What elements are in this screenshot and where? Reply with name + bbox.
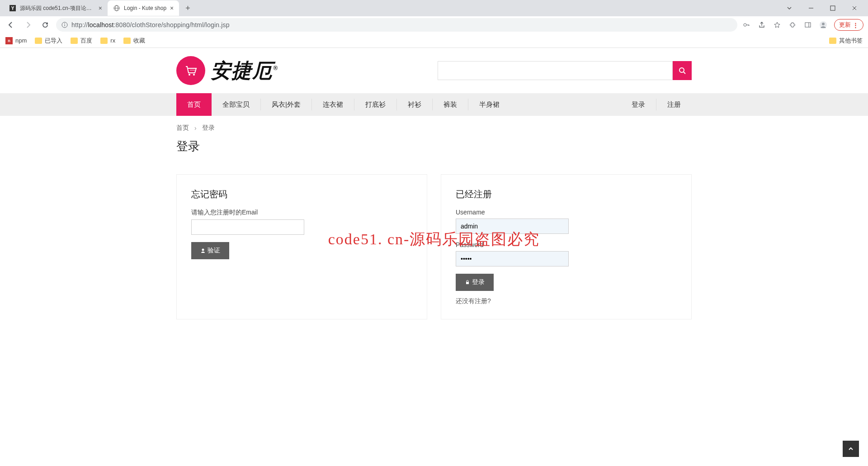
key-icon[interactable] <box>742 20 751 29</box>
svg-point-10 <box>744 24 746 26</box>
crumb-home[interactable]: 首页 <box>176 124 189 132</box>
bookmark-npm[interactable]: nnpm <box>5 37 27 44</box>
search-wrap <box>438 61 692 80</box>
svg-line-23 <box>684 72 685 74</box>
nav-login[interactable]: 登录 <box>621 93 656 116</box>
favicon-globe-icon <box>113 5 120 12</box>
tab-title: Login - Kute shop <box>124 5 166 11</box>
search-input[interactable] <box>438 61 673 80</box>
folder-icon <box>71 38 78 44</box>
login-panel: 已经注册 Username Password 登录 还没有注册? <box>441 174 692 319</box>
forgot-password-panel: 忘记密码 请输入您注册时的Email 验证 <box>176 174 427 319</box>
forgot-email-input[interactable] <box>191 219 304 235</box>
favicon-y-icon: Y <box>9 5 16 12</box>
verify-button[interactable]: 验证 <box>191 242 229 259</box>
tab-bar: Y 源码乐园 code51.cn-项目论文代 × Login - Kute sh… <box>0 0 868 16</box>
crumb-current: 登录 <box>202 124 215 132</box>
folder-icon <box>829 38 836 44</box>
forgot-heading: 忘记密码 <box>191 188 412 200</box>
svg-rect-6 <box>830 6 835 10</box>
window-controls <box>783 2 864 14</box>
svg-point-18 <box>189 74 190 76</box>
svg-point-17 <box>822 23 825 25</box>
panel-icon[interactable] <box>803 20 812 29</box>
nav-dress[interactable]: 连衣裙 <box>312 93 354 116</box>
svg-point-22 <box>679 68 684 72</box>
nav-register[interactable]: 注册 <box>656 93 692 116</box>
breadcrumb: 首页 › 登录 <box>167 116 701 136</box>
username-input[interactable] <box>456 219 569 234</box>
bookmark-rx[interactable]: rx <box>100 37 115 44</box>
minimize-icon[interactable] <box>805 2 817 14</box>
nav-home[interactable]: 首页 <box>176 93 212 116</box>
browser-chrome: Y 源码乐园 code51.cn-项目论文代 × Login - Kute sh… <box>0 0 868 48</box>
nav-base[interactable]: 打底衫 <box>354 93 396 116</box>
new-tab-button[interactable]: + <box>182 4 194 13</box>
forward-button[interactable] <box>22 19 34 31</box>
forgot-email-label: 请输入您注册时的Email <box>191 209 412 217</box>
login-heading: 已经注册 <box>456 188 677 200</box>
cart-icon <box>176 56 205 85</box>
page-title: 登录 <box>167 136 701 163</box>
register-link[interactable]: 还没有注册? <box>456 297 677 305</box>
maximize-icon[interactable] <box>826 2 839 14</box>
svg-rect-25 <box>466 282 469 284</box>
user-icon <box>200 248 206 253</box>
folder-icon <box>100 38 108 44</box>
nav-skirt[interactable]: 半身裙 <box>468 93 510 116</box>
star-icon[interactable] <box>773 20 782 29</box>
bookmark-bar: nnpm 已导入 百度 rx 收藏 其他书签 <box>0 33 868 48</box>
password-input[interactable] <box>456 251 569 266</box>
address-icons: 更新⋮ <box>742 19 863 31</box>
nav-shirt[interactable]: 衬衫 <box>397 93 432 116</box>
site-header: 安捷厄® <box>167 48 701 93</box>
bookmark-fav[interactable]: 收藏 <box>123 37 145 45</box>
svg-point-24 <box>202 249 204 251</box>
share-icon[interactable] <box>757 20 766 29</box>
browser-tab-1[interactable]: Login - Kute shop × <box>108 0 179 16</box>
bookmark-other[interactable]: 其他书签 <box>829 37 863 45</box>
page-content: 安捷厄® 首页 全部宝贝 风衣|外套 连衣裙 打底衫 衬衫 裤装 半身裙 登录 … <box>0 48 868 330</box>
close-window-icon[interactable] <box>848 2 861 14</box>
folder-icon <box>35 38 42 44</box>
npm-icon: n <box>5 37 13 44</box>
url-text: http://localhost:8080/clothStore/shoppin… <box>71 21 732 29</box>
nav-coat[interactable]: 风衣|外套 <box>261 93 311 116</box>
svg-point-19 <box>193 74 195 76</box>
svg-text:Y: Y <box>11 6 14 11</box>
nav-pants[interactable]: 裤装 <box>433 93 468 116</box>
bookmark-imported[interactable]: 已导入 <box>35 37 62 45</box>
close-icon[interactable]: × <box>170 5 174 12</box>
password-label: Password <box>456 241 677 248</box>
reload-button[interactable] <box>39 19 52 31</box>
lock-icon <box>465 280 470 285</box>
browser-tab-0[interactable]: Y 源码乐园 code51.cn-项目论文代 × <box>4 0 108 16</box>
url-field[interactable]: http://localhost:8080/clothStore/shoppin… <box>56 18 737 32</box>
back-button[interactable] <box>5 19 17 31</box>
nav-all[interactable]: 全部宝贝 <box>212 93 260 116</box>
update-button[interactable]: 更新⋮ <box>834 19 863 31</box>
bookmark-baidu[interactable]: 百度 <box>71 37 92 45</box>
extensions-icon[interactable] <box>788 20 797 29</box>
search-button[interactable] <box>673 61 692 80</box>
main-nav: 首页 全部宝贝 风衣|外套 连衣裙 打底衫 衬衫 裤装 半身裙 登录 注册 <box>0 93 868 116</box>
info-icon[interactable] <box>61 22 68 28</box>
panels: 忘记密码 请输入您注册时的Email 验证 已经注册 Username Pass… <box>167 163 701 330</box>
svg-point-9 <box>64 23 65 24</box>
svg-rect-14 <box>805 23 811 27</box>
site-logo[interactable]: 安捷厄® <box>176 56 278 85</box>
login-button[interactable]: 登录 <box>456 274 494 291</box>
tab-title: 源码乐园 code51.cn-项目论文代 <box>20 5 95 12</box>
chevron-right-icon: › <box>194 124 197 132</box>
username-label: Username <box>456 209 677 216</box>
brand-text: 安捷厄® <box>211 57 278 84</box>
folder-icon <box>123 38 131 44</box>
search-icon <box>678 67 686 75</box>
address-bar: http://localhost:8080/clothStore/shoppin… <box>0 16 868 33</box>
profile-icon[interactable] <box>819 20 828 29</box>
chevron-down-icon[interactable] <box>783 2 796 14</box>
close-icon[interactable]: × <box>99 5 102 12</box>
